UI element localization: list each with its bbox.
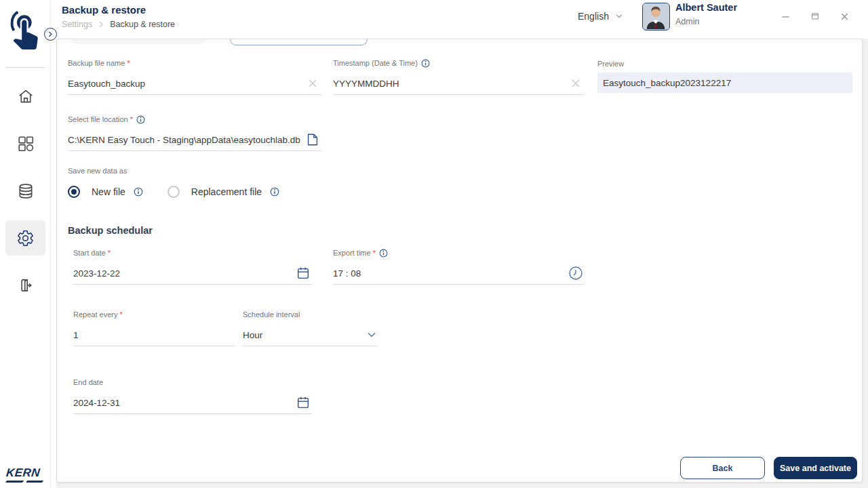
app-window: KERN Backup & restore Settings Backup & … xyxy=(0,0,868,488)
export-time-input[interactable] xyxy=(333,268,567,279)
save-new-data-as-label: Save new data as xyxy=(68,167,279,175)
sidebar-item-apps[interactable] xyxy=(5,126,45,161)
breadcrumb-chevron-icon xyxy=(98,21,104,28)
radio-new-file[interactable] xyxy=(68,186,80,198)
gear-icon xyxy=(16,229,35,247)
home-icon xyxy=(17,87,35,105)
preview-field: Preview Easytouch_backup2023122217 xyxy=(597,59,852,93)
sidebar-item-logout[interactable] xyxy=(5,268,45,303)
timestamp-label: Timestamp (Date & Time) xyxy=(333,58,585,68)
chevron-down-icon[interactable] xyxy=(363,326,380,344)
end-date-label: End date xyxy=(73,378,312,387)
content-card: Backup file name * Timestamp (Date & Tim… xyxy=(56,39,863,483)
breadcrumb-current: Backup & restore xyxy=(110,20,175,29)
schedule-interval-label: Schedule interval xyxy=(243,310,378,319)
repeat-every-label: Repeat every * xyxy=(73,310,235,319)
end-date-input[interactable] xyxy=(73,398,294,408)
radio-replacement-file-label[interactable]: Replacement file xyxy=(191,186,262,197)
start-date-field: Start date * xyxy=(73,248,312,285)
required-asterisk: * xyxy=(108,249,111,257)
start-date-label: Start date * xyxy=(73,248,312,258)
chevron-down-icon xyxy=(614,12,624,21)
sidebar-expand-button[interactable] xyxy=(44,28,57,41)
calendar-icon[interactable] xyxy=(294,264,312,282)
file-location-label: Select file location * xyxy=(68,115,321,124)
sidebar-item-database[interactable] xyxy=(5,174,45,209)
page-title: Backup & restore xyxy=(62,4,146,16)
required-asterisk: * xyxy=(130,115,133,123)
scheduler-section-heading: Backup schedular xyxy=(68,225,153,236)
required-asterisk: * xyxy=(373,249,376,257)
repeat-every-input[interactable] xyxy=(73,330,235,340)
info-icon[interactable] xyxy=(379,249,388,258)
export-time-label: Export time * xyxy=(333,248,585,258)
chevron-right-icon xyxy=(47,31,54,37)
file-location-field: Select file location * xyxy=(68,115,321,151)
export-time-field: Export time * xyxy=(333,248,585,285)
save-new-data-as-group: Save new data as New file Replacement fi… xyxy=(68,167,279,198)
end-date-field: End date xyxy=(73,378,312,414)
info-icon[interactable] xyxy=(136,115,145,124)
radio-new-file-label[interactable]: New file xyxy=(92,186,125,197)
info-icon[interactable] xyxy=(270,187,279,197)
required-asterisk: * xyxy=(119,310,122,319)
timestamp-input[interactable] xyxy=(333,79,567,89)
window-maximize-button[interactable] xyxy=(806,7,824,25)
clear-timestamp-icon[interactable] xyxy=(567,75,585,92)
clear-backup-file-name-icon[interactable] xyxy=(304,75,321,92)
sidebar-item-home[interactable] xyxy=(5,79,45,114)
sidebar-divider xyxy=(5,67,45,68)
sidebar-item-settings[interactable] xyxy=(5,220,45,256)
avatar[interactable] xyxy=(642,3,670,30)
apps-grid-icon xyxy=(17,135,35,152)
user-role: Admin xyxy=(675,17,699,26)
info-icon[interactable] xyxy=(134,187,143,197)
kern-brand-logo: KERN xyxy=(6,466,47,483)
preview-label: Preview xyxy=(597,59,852,68)
browse-file-icon[interactable] xyxy=(304,131,321,148)
required-asterisk: * xyxy=(127,59,130,67)
database-icon xyxy=(17,182,35,200)
tab-partial-right[interactable] xyxy=(230,39,368,45)
breadcrumb-parent[interactable]: Settings xyxy=(62,20,92,29)
kern-brand-text: KERN xyxy=(5,466,41,480)
sidebar: KERN xyxy=(0,0,51,488)
backup-file-name-label: Backup file name * xyxy=(68,58,321,68)
window-close-button[interactable] xyxy=(835,7,853,25)
timestamp-field: Timestamp (Date & Time) xyxy=(333,58,585,95)
radio-replacement-file[interactable] xyxy=(167,186,180,198)
backup-file-name-field: Backup file name * xyxy=(68,58,321,95)
calendar-icon[interactable] xyxy=(294,394,312,411)
repeat-every-field: Repeat every * xyxy=(73,310,235,346)
tab-partial-left[interactable] xyxy=(71,39,206,44)
easytouch-logo-icon xyxy=(5,8,45,53)
schedule-interval-field: Schedule interval xyxy=(243,310,378,346)
top-bar: Backup & restore Settings Backup & resto… xyxy=(51,0,868,39)
save-and-activate-button[interactable]: Save and activate xyxy=(774,457,857,479)
breadcrumb: Settings Backup & restore xyxy=(62,20,175,29)
kern-brand-underline xyxy=(5,481,43,483)
window-minimize-button[interactable] xyxy=(776,7,794,25)
preview-value: Easytouch_backup2023122217 xyxy=(597,73,852,93)
info-icon[interactable] xyxy=(421,59,430,68)
clock-icon[interactable] xyxy=(567,264,585,282)
language-value: English xyxy=(578,11,609,22)
backup-file-name-input[interactable] xyxy=(68,79,304,89)
user-name[interactable]: Albert Sauter xyxy=(675,2,737,13)
file-location-input[interactable] xyxy=(68,135,304,145)
logout-icon xyxy=(17,277,35,294)
start-date-input[interactable] xyxy=(73,268,294,279)
schedule-interval-value[interactable] xyxy=(243,330,363,340)
language-selector[interactable]: English xyxy=(578,11,624,22)
schedule-interval-dropdown[interactable] xyxy=(243,324,378,346)
back-button[interactable]: Back xyxy=(680,457,765,479)
